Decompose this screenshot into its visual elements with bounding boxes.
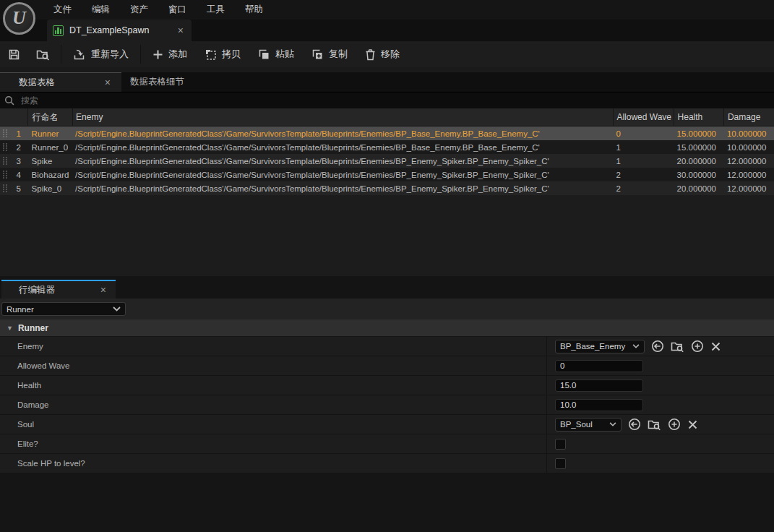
enemy-cell[interactable]: /Script/Engine.BlueprintGeneratedClass'/…	[72, 157, 613, 166]
row-name-cell[interactable]: Runner_0	[27, 143, 72, 152]
menu-tools[interactable]: 工具	[197, 4, 235, 16]
plus-circle-button[interactable]	[691, 340, 704, 353]
enemy-class-combobox[interactable]: BP_Base_Enemy	[555, 340, 645, 353]
health-cell[interactable]: 15.000000	[674, 143, 723, 152]
add-row-button[interactable]: 添加	[144, 41, 196, 67]
table-row[interactable]: 5 Spike_0 /Script/Engine.BlueprintGenera…	[0, 181, 774, 195]
plus-circle-button[interactable]	[668, 418, 681, 431]
use-selected-asset-button[interactable]	[651, 340, 664, 353]
menu-edit[interactable]: 编辑	[82, 4, 120, 16]
copy-row-button[interactable]: 拷贝	[196, 41, 249, 67]
enemy-cell[interactable]: /Script/Engine.BlueprintGeneratedClass'/…	[72, 184, 613, 193]
soul-class-combobox[interactable]: BP_Soul	[555, 418, 622, 432]
close-icon[interactable]: ×	[103, 77, 113, 87]
health-cell[interactable]: 20.000000	[674, 157, 723, 166]
reimport-button[interactable]: 重新导入	[64, 41, 137, 67]
row-drag-handle-icon[interactable]	[0, 129, 10, 138]
unreal-engine-logo: U	[3, 2, 35, 35]
plus-circle-icon	[668, 418, 681, 431]
menu-file[interactable]: 文件	[43, 4, 82, 16]
column-allowed-wave[interactable]: Allowed Wave	[613, 108, 673, 126]
browse-to-asset-button[interactable]	[671, 340, 684, 353]
search-input[interactable]	[21, 95, 770, 106]
copy-icon	[205, 48, 217, 61]
wave-cell[interactable]: 2	[613, 184, 673, 193]
column-enemy[interactable]: Enemy	[72, 108, 613, 126]
row-drag-handle-icon[interactable]	[0, 156, 10, 166]
column-damage[interactable]: Damage	[723, 108, 774, 126]
row-drag-handle-icon[interactable]	[0, 184, 10, 193]
paste-row-button[interactable]: 粘贴	[249, 41, 303, 67]
property-row-soul: Soul BP_Soul	[0, 415, 774, 434]
wave-cell[interactable]: 2	[613, 171, 673, 179]
tab-row-editor[interactable]: 行编辑器 ×	[1, 280, 116, 299]
enemy-cell[interactable]: /Script/Engine.BlueprintGeneratedClass'/…	[72, 171, 613, 179]
property-label: Soul	[0, 415, 547, 434]
row-drag-handle-icon[interactable]	[0, 142, 10, 152]
health-cell[interactable]: 15.000000	[674, 129, 723, 138]
tab-data-table-details[interactable]: 数据表格细节	[121, 72, 193, 92]
column-row-name[interactable]: 行命名	[27, 108, 72, 126]
reimport-icon	[73, 48, 86, 61]
row-number: 4	[10, 171, 27, 179]
table-row[interactable]: 2 Runner_0 /Script/Engine.BlueprintGener…	[0, 140, 774, 154]
menu-help[interactable]: 帮助	[235, 4, 273, 16]
close-icon[interactable]: ×	[98, 285, 108, 295]
panel-tab-bar: 数据表格 × 数据表格细节	[0, 72, 774, 92]
scale-hp-checkbox[interactable]	[555, 458, 566, 469]
use-selected-asset-icon	[651, 340, 664, 353]
use-selected-asset-button[interactable]	[628, 418, 641, 431]
enemy-cell[interactable]: /Script/Engine.BlueprintGeneratedClass'/…	[72, 143, 613, 152]
browse-to-asset-button[interactable]	[648, 419, 661, 431]
column-health[interactable]: Health	[674, 108, 723, 126]
category-header-runner[interactable]: ▼ Runner	[0, 319, 774, 337]
asset-tab-dt-examplespawn[interactable]: DT_ExampleSpawn ×	[47, 20, 192, 41]
row-selector-combobox[interactable]: Runner	[1, 302, 126, 316]
table-row[interactable]: 4 Biohazard /Script/Engine.BlueprintGene…	[0, 168, 774, 181]
health-input[interactable]	[555, 379, 643, 392]
asset-toolbar: 重新导入 添加 拷贝 粘贴 复制 移除	[0, 41, 774, 67]
damage-cell[interactable]: 10.000000	[723, 129, 774, 138]
remove-label: 移除	[381, 48, 400, 61]
row-selector-value: Runner	[7, 305, 113, 314]
row-name-cell[interactable]: Biohazard	[27, 171, 72, 179]
menu-window[interactable]: 窗口	[158, 4, 197, 16]
wave-cell[interactable]: 1	[613, 143, 673, 152]
elite-checkbox[interactable]	[555, 439, 566, 450]
damage-cell[interactable]: 12.000000	[723, 184, 774, 193]
save-icon	[8, 48, 20, 61]
health-cell[interactable]: 20.000000	[674, 184, 723, 193]
allowed-wave-input[interactable]	[555, 360, 643, 372]
health-cell[interactable]: 30.000000	[674, 171, 723, 179]
search-bar	[0, 92, 774, 108]
property-label: Scale HP to level?	[0, 454, 547, 473]
close-icon[interactable]: ×	[176, 25, 186, 35]
menu-asset[interactable]: 资产	[120, 4, 158, 16]
row-name-cell[interactable]: Spike_0	[27, 184, 72, 193]
enemy-cell[interactable]: /Script/Engine.BlueprintGeneratedClass'/…	[72, 129, 613, 138]
tab-label: 数据表格	[9, 77, 103, 89]
tab-data-table[interactable]: 数据表格 ×	[0, 72, 121, 92]
damage-cell[interactable]: 10.000000	[723, 143, 774, 152]
expand-arrow-icon[interactable]: ▼	[0, 325, 18, 332]
row-number: 5	[10, 184, 27, 193]
row-selector-strip: Runner	[0, 299, 774, 319]
damage-cell[interactable]: 12.000000	[723, 171, 774, 179]
clear-button[interactable]	[687, 419, 698, 430]
remove-row-button[interactable]: 移除	[356, 41, 408, 67]
clear-button[interactable]	[710, 341, 721, 352]
save-button[interactable]	[0, 41, 28, 67]
wave-cell[interactable]: 0	[613, 129, 673, 138]
damage-input[interactable]	[555, 399, 643, 411]
row-editor-tab-bar: 行编辑器 ×	[0, 276, 774, 299]
row-name-cell[interactable]: Spike	[27, 157, 72, 166]
row-drag-handle-icon[interactable]	[0, 170, 10, 179]
table-row[interactable]: 3 Spike /Script/Engine.BlueprintGenerate…	[0, 154, 774, 168]
row-name-cell[interactable]: Runner	[27, 129, 72, 138]
damage-cell[interactable]: 12.000000	[723, 157, 774, 166]
duplicate-row-button[interactable]: 复制	[303, 41, 356, 67]
wave-cell[interactable]: 1	[613, 157, 673, 166]
browse-to-asset-button[interactable]	[28, 41, 58, 67]
table-row[interactable]: 1 Runner /Script/Engine.BlueprintGenerat…	[0, 126, 774, 140]
property-label: Allowed Wave	[0, 356, 547, 375]
